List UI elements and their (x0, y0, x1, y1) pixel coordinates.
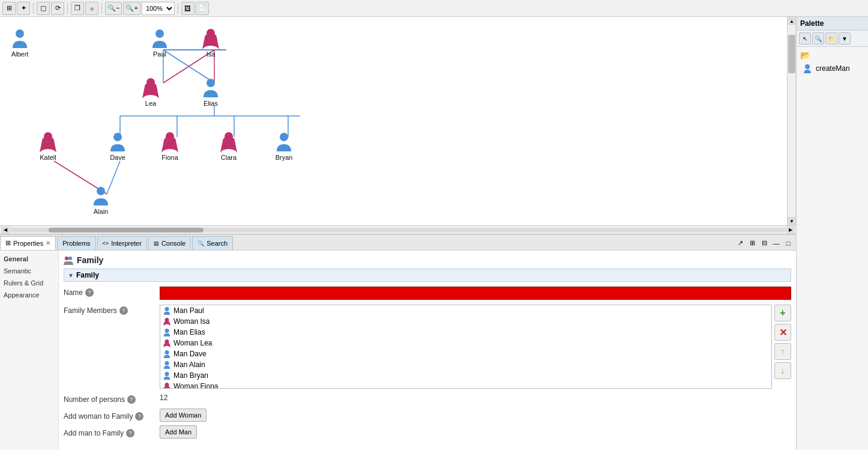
member-item-0[interactable]: Man Paul (160, 305, 771, 316)
palette-cursor-btn[interactable]: ↖ (799, 32, 811, 44)
node-paul[interactable]: Paul (149, 28, 170, 58)
node-fiona[interactable]: Fiona (159, 131, 181, 161)
toolbar-btn-1[interactable]: ⊞ (2, 2, 16, 15)
woman-icon (163, 382, 171, 389)
members-remove-btn[interactable]: ✕ (774, 324, 791, 341)
members-list[interactable]: Man PaulWoman IsaMan EliasWoman LeaMan D… (160, 305, 772, 389)
zoom-select[interactable]: 50% 75% 100% 150% 200% (142, 2, 175, 15)
node-alain[interactable]: Alain (90, 185, 112, 215)
palette-content: 📂 createMan (797, 47, 868, 450)
add-man-help[interactable]: ? (126, 429, 134, 437)
palette-folder[interactable]: 📂 (799, 49, 866, 61)
svg-point-17 (206, 79, 215, 87)
node-elias-label: Elias (203, 100, 218, 107)
vscroll-down-btn[interactable]: ▼ (788, 217, 796, 225)
props-sidebar: General Semantic Rulers & Grid Appearanc… (0, 251, 59, 450)
num-persons-help[interactable]: ? (127, 395, 136, 404)
toolbar-sep-3 (101, 3, 102, 14)
members-add-btn[interactable]: + (774, 305, 791, 321)
member-item-5[interactable]: Man Alain (160, 359, 771, 370)
svg-point-22 (280, 133, 288, 141)
members-container: Man PaulWoman IsaMan EliasWoman LeaMan D… (160, 305, 791, 389)
palette-more-btn[interactable]: ▼ (839, 32, 851, 44)
sidebar-item-appearance[interactable]: Appearance (0, 289, 58, 301)
node-isa[interactable]: Isa (200, 28, 222, 58)
man-icon (163, 306, 171, 315)
member-item-7[interactable]: Woman Fiona (160, 381, 771, 389)
toolbar-btn-4[interactable]: ⟳ (51, 2, 64, 15)
hscroll-track[interactable] (10, 228, 786, 233)
members-down-btn[interactable]: ↓ (774, 362, 791, 379)
diagram-hscroll[interactable]: ◀ ▶ (0, 225, 796, 234)
svg-point-13 (16, 29, 24, 38)
hscroll-right-btn[interactable]: ▶ (786, 227, 795, 234)
member-label-5: Man Alain (173, 360, 205, 369)
node-lea[interactable]: Lea (140, 77, 161, 107)
palette-title: Palette (800, 19, 824, 28)
tab-action-columns[interactable]: ⊞ (747, 238, 758, 249)
member-item-1[interactable]: Woman Isa (160, 316, 771, 327)
name-help[interactable]: ? (85, 288, 94, 297)
hscroll-left-btn[interactable]: ◀ (1, 227, 10, 234)
member-item-2[interactable]: Man Elias (160, 327, 771, 338)
toolbar-btn-2[interactable]: ✦ (17, 2, 30, 15)
tab-console[interactable]: ▤ Console (148, 236, 191, 250)
member-item-4[interactable]: Man Dave (160, 348, 771, 359)
zoom-out-btn[interactable]: 🔍− (105, 2, 122, 15)
section-triangle-icon: ▼ (68, 272, 74, 279)
tab-action-minimize[interactable]: — (771, 238, 782, 249)
sidebar-item-rulers[interactable]: Rulers & Grid (0, 277, 58, 289)
tab-action-export[interactable]: ↗ (735, 238, 746, 249)
node-clara-label: Clara (221, 154, 237, 161)
node-fiona-label: Fiona (161, 154, 178, 161)
node-albert[interactable]: Albert (9, 28, 31, 58)
add-man-btn[interactable]: Add Man (160, 425, 197, 439)
node-bryan[interactable]: Bryan (273, 131, 295, 161)
zoom-in-btn[interactable]: 🔍+ (123, 2, 140, 15)
tab-properties[interactable]: ⊞ Properties ✕ (0, 236, 56, 250)
family-icon (64, 255, 73, 265)
members-up-btn[interactable]: ↑ (774, 343, 791, 360)
num-persons-value: 12 (160, 394, 791, 402)
diagram-svg (0, 17, 795, 225)
palette-zoom-btn[interactable]: 🔍 (812, 32, 824, 44)
palette-folder-btn[interactable]: 📁 (825, 32, 837, 44)
node-clara[interactable]: Clara (218, 131, 240, 161)
diagram-vscroll[interactable]: ▲ ▼ (787, 17, 795, 225)
sidebar-item-semantic[interactable]: Semantic (0, 265, 58, 277)
svg-point-19 (113, 133, 122, 141)
name-input[interactable] (160, 287, 791, 300)
toolbar-btn-3[interactable]: ▢ (37, 2, 50, 15)
node-dave[interactable]: Dave (107, 131, 128, 161)
toolbar-btn-8[interactable]: 📄 (196, 2, 209, 15)
tab-problems-label: Problems (62, 240, 90, 247)
tab-interpreter[interactable]: <> Interpreter (97, 236, 147, 250)
add-woman-btn[interactable]: Add Woman (160, 409, 206, 422)
toolbar-sep-2 (67, 3, 68, 14)
members-help[interactable]: ? (119, 306, 128, 315)
tab-properties-close[interactable]: ✕ (46, 240, 50, 246)
tab-action-maximize[interactable]: □ (783, 238, 794, 249)
tab-action-split[interactable]: ⊟ (759, 238, 770, 249)
tab-console-icon: ▤ (154, 240, 159, 246)
node-isa-label: Isa (206, 50, 215, 58)
members-row: Family Members ? Man PaulWoman IsaMan El… (64, 305, 791, 389)
palette-item-createman[interactable]: createMan (799, 61, 866, 76)
toolbar-btn-5[interactable]: ❐ (71, 2, 84, 15)
diagram-area[interactable]: Albert Paul Isa (0, 17, 796, 225)
tab-problems[interactable]: Problems (57, 236, 95, 250)
toolbar-btn-6[interactable]: ⟐ (85, 2, 98, 15)
member-item-6[interactable]: Man Bryan (160, 370, 771, 381)
svg-point-30 (165, 350, 169, 354)
createman-icon (803, 64, 812, 73)
vscroll-thumb (788, 35, 795, 73)
node-katell[interactable]: Katell (37, 131, 59, 161)
family-section-header[interactable]: ▼ Family (64, 269, 791, 282)
up-icon: ↑ (781, 347, 785, 356)
node-elias[interactable]: Elias (200, 77, 222, 107)
add-woman-help[interactable]: ? (135, 412, 143, 421)
member-item-3[interactable]: Woman Lea (160, 338, 771, 348)
vscroll-up-btn[interactable]: ▲ (788, 17, 796, 25)
toolbar-btn-7[interactable]: 🖼 (181, 2, 194, 15)
tab-search[interactable]: 🔍 Search (192, 236, 233, 250)
